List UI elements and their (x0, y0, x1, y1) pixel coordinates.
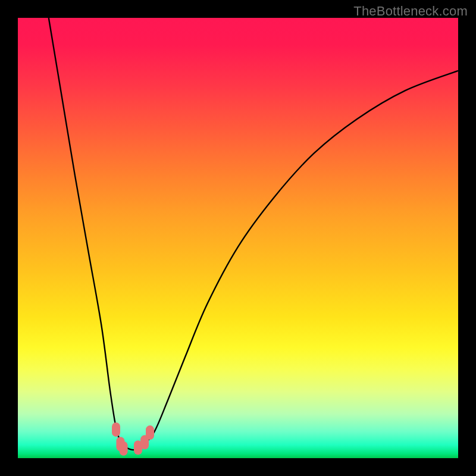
curve-markers (112, 422, 154, 456)
marker (112, 422, 120, 437)
marker (146, 425, 154, 440)
watermark-text: TheBottleneck.com (353, 4, 468, 19)
bottleneck-curve (49, 18, 458, 450)
chart-frame: TheBottleneck.com (0, 0, 476, 476)
plot-area (18, 18, 458, 458)
marker (120, 441, 128, 456)
curve-svg (18, 18, 458, 458)
